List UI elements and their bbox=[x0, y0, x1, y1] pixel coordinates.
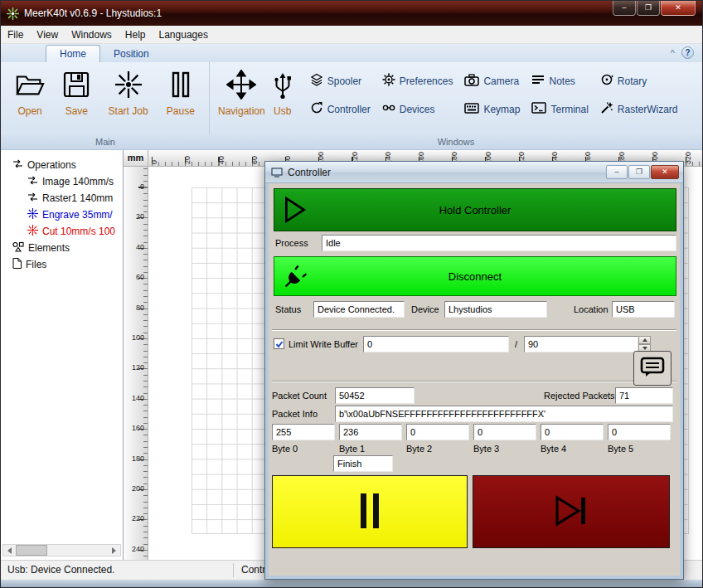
windows-buttons-grid: Spooler Controller Preferences Devices bbox=[310, 66, 678, 135]
process-field[interactable]: Idle bbox=[322, 235, 676, 251]
show-log-button[interactable] bbox=[633, 351, 671, 386]
keyboard-icon bbox=[464, 102, 479, 117]
scroll-right-icon[interactable] bbox=[108, 545, 120, 556]
tab-home[interactable]: Home bbox=[46, 45, 100, 62]
disconnect-button[interactable]: Disconnect bbox=[274, 256, 676, 296]
save-button[interactable]: Save bbox=[60, 66, 93, 135]
device-field[interactable]: Lhystudios bbox=[444, 301, 547, 318]
camera-button[interactable]: Camera bbox=[464, 72, 520, 90]
separator bbox=[272, 381, 676, 382]
floppy-icon bbox=[63, 67, 90, 102]
navigation-arrows-icon bbox=[226, 67, 256, 102]
window-title: MeerK40t v0.6.9 - Lhystudios:1 bbox=[24, 7, 162, 19]
spooler-button[interactable]: Spooler bbox=[310, 72, 371, 90]
open-folder-icon bbox=[15, 67, 45, 102]
byte1-label: Byte 1 bbox=[339, 444, 365, 454]
controller-dialog-titlebar[interactable]: Controller – ❐ ✕ bbox=[265, 162, 683, 183]
tree-panel: Operations Image 140mm/s Raster1 140mm E… bbox=[1, 150, 124, 560]
byte3-label: Byte 3 bbox=[473, 444, 499, 454]
tree-item-cut-op[interactable]: Cut 10mm/s 100 bbox=[1, 223, 123, 240]
byte1-field[interactable]: 236 bbox=[339, 424, 402, 440]
status-divider bbox=[233, 563, 234, 577]
controller-dialog-title: Controller bbox=[288, 167, 331, 178]
notes-button[interactable]: Notes bbox=[531, 72, 588, 90]
buffer-limit-spinner[interactable] bbox=[638, 336, 651, 352]
byte5-field[interactable]: 0 bbox=[608, 424, 671, 440]
open-button[interactable]: Open bbox=[12, 66, 48, 135]
rasterwizard-button[interactable]: RasterWizard bbox=[600, 100, 678, 119]
tree-item-image-op[interactable]: Image 140mm/s bbox=[1, 173, 123, 190]
keymap-button[interactable]: Keymap bbox=[464, 100, 520, 119]
dialog-close-button[interactable]: ✕ bbox=[651, 165, 679, 179]
tab-position[interactable]: Position bbox=[100, 46, 162, 62]
finish-field[interactable]: Finish bbox=[333, 455, 393, 472]
byte4-field[interactable]: 0 bbox=[541, 424, 604, 440]
location-label: Location bbox=[574, 304, 608, 314]
menu-help[interactable]: Help bbox=[119, 27, 153, 43]
camera-icon bbox=[464, 74, 479, 90]
image-op-icon bbox=[27, 176, 38, 187]
maximize-button[interactable]: ❐ bbox=[637, 1, 660, 16]
menu-file[interactable]: File bbox=[1, 27, 30, 43]
tree-item-operations[interactable]: Operations bbox=[1, 157, 123, 173]
location-field[interactable]: USB bbox=[612, 301, 675, 318]
close-button[interactable]: ✕ bbox=[661, 1, 696, 16]
tree-item-label: Cut 10mm/s 100 bbox=[42, 226, 115, 237]
app-icon bbox=[7, 7, 19, 20]
top-ruler-number: 0 bbox=[150, 150, 158, 164]
preferences-button[interactable]: Preferences bbox=[382, 72, 453, 90]
usb-button[interactable]: Usb bbox=[269, 66, 297, 135]
packet-count-field[interactable]: 50452 bbox=[335, 387, 415, 404]
menu-view[interactable]: View bbox=[30, 27, 65, 43]
tree-item-elements[interactable]: Elements bbox=[1, 240, 123, 256]
menu-languages[interactable]: Languages bbox=[153, 27, 215, 43]
tree-horizontal-scrollbar[interactable] bbox=[2, 544, 121, 556]
hold-controller-button[interactable]: Hold Controller bbox=[274, 188, 676, 231]
tree-item-engrave-op[interactable]: Engrave 35mm/ bbox=[1, 207, 123, 223]
byte2-label: Byte 2 bbox=[406, 444, 432, 454]
magic-wand-icon bbox=[600, 101, 613, 118]
scroll-left-icon[interactable] bbox=[3, 545, 16, 556]
controller-dialog-icon bbox=[271, 168, 283, 177]
buffer-current-field[interactable]: 0 bbox=[363, 336, 509, 352]
rotary-button[interactable]: Rotary bbox=[600, 72, 678, 90]
controller-button[interactable]: Controller bbox=[310, 100, 371, 119]
tree-item-raster-op[interactable]: Raster1 140mm bbox=[1, 190, 123, 207]
status-field[interactable]: Device Connected. bbox=[313, 301, 405, 318]
terminal-icon bbox=[531, 102, 546, 117]
pause-button-ribbon[interactable]: Pause bbox=[163, 66, 198, 135]
cut-op-icon bbox=[27, 225, 38, 238]
buffer-limit-field[interactable]: 90 bbox=[524, 336, 638, 352]
byte0-field[interactable]: 255 bbox=[272, 424, 335, 440]
left-ruler-number: 0 bbox=[140, 182, 144, 191]
controller-dialog: Controller – ❐ ✕ Hold Controller Process… bbox=[264, 161, 684, 580]
navigation-button[interactable]: Navigation bbox=[215, 66, 269, 135]
terminal-button[interactable]: Terminal bbox=[531, 100, 588, 119]
minimize-button[interactable]: – bbox=[613, 1, 636, 16]
menu-windows[interactable]: Windows bbox=[65, 27, 119, 43]
controller-icon bbox=[310, 101, 323, 118]
pause-job-button[interactable] bbox=[272, 475, 468, 548]
devices-button[interactable]: Devices bbox=[382, 100, 453, 119]
packet-info-label: Packet Info bbox=[272, 409, 318, 419]
ribbon-collapse-icon[interactable]: ^ bbox=[671, 48, 675, 58]
ribbon-group-windows: Navigation Usb Spooler Controller bbox=[210, 62, 702, 135]
left-ruler-number: 220 bbox=[132, 514, 144, 522]
tree-item-files[interactable]: Files bbox=[1, 256, 123, 273]
rotary-icon bbox=[600, 73, 613, 90]
packet-info-field[interactable]: b'\x00aUbFNSEFFFFFFFFFFFFFFFFFFFFFFFFX' bbox=[335, 406, 673, 422]
spinner-up-icon[interactable] bbox=[638, 336, 651, 344]
byte3-field[interactable]: 0 bbox=[473, 424, 536, 440]
top-ruler-number: 20 bbox=[183, 150, 192, 164]
limit-write-buffer-checkbox[interactable] bbox=[274, 338, 284, 349]
start-job-button[interactable]: Start Job bbox=[105, 66, 152, 135]
rejected-packets-field[interactable]: 71 bbox=[615, 387, 673, 404]
abort-job-button[interactable] bbox=[473, 475, 670, 548]
main-titlebar[interactable]: MeerK40t v0.6.9 - Lhystudios:1 – ❐ ✕ bbox=[1, 1, 702, 26]
dialog-minimize-button[interactable]: – bbox=[606, 165, 628, 179]
ribbon: Open Save Start Job Pause bbox=[1, 62, 702, 135]
scrollbar-thumb[interactable] bbox=[16, 545, 47, 556]
dialog-maximize-button[interactable]: ❐ bbox=[628, 165, 650, 179]
help-icon[interactable]: ? bbox=[681, 46, 694, 59]
byte2-field[interactable]: 0 bbox=[406, 424, 469, 440]
